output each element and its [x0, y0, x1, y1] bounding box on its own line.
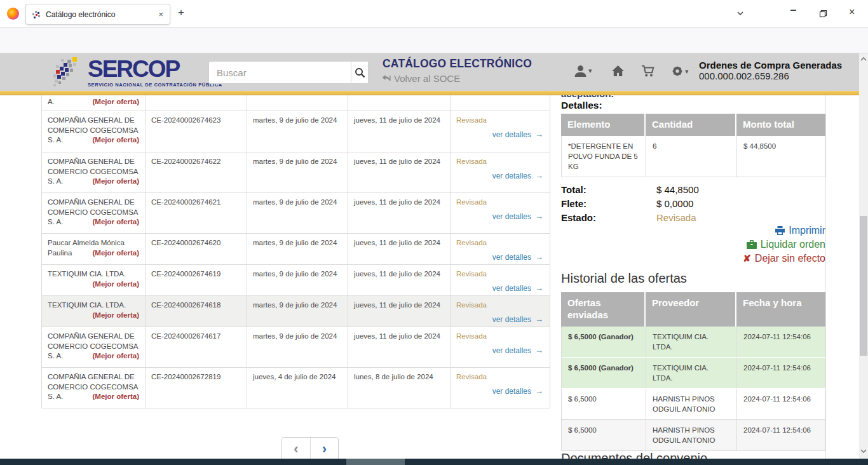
- printer-icon: [775, 226, 785, 235]
- previous-page-button[interactable]: ‹: [282, 438, 310, 461]
- x-mark-icon: ✘: [743, 253, 751, 264]
- status-cell: Revisadaver detalles→: [450, 111, 550, 152]
- column-divider: [825, 95, 826, 459]
- new-tab-button[interactable]: +: [178, 6, 184, 19]
- accept-date-cell: jueves, 11 de julio de 2024: [348, 265, 450, 295]
- table-row: COMPAÑIA GENERAL DE COMERCIO COGECOMSA S…: [42, 327, 550, 368]
- issue-date-cell: martes, 9 de julio de 2024: [247, 327, 348, 367]
- tab-favicon-icon: [32, 10, 41, 18]
- ver-detalles-link[interactable]: ver detalles→: [492, 345, 543, 356]
- settle-order-link[interactable]: Liquidar orden: [561, 238, 825, 252]
- history-heading: Historial de las ofertas: [561, 271, 687, 286]
- sercop-mosaic-icon: [53, 57, 83, 88]
- status-cell: Revisadaver detalles→: [450, 296, 550, 327]
- firefox-icon[interactable]: [7, 8, 19, 20]
- page-title: CATÁLOGO ELECTRÓNICO: [383, 57, 532, 71]
- briefcase-icon: [747, 240, 757, 249]
- ver-detalles-link[interactable]: ver detalles→: [492, 211, 543, 222]
- ver-detalles-link[interactable]: ver detalles→: [492, 283, 543, 294]
- caret-down-icon: ▾: [685, 67, 689, 76]
- void-order-link[interactable]: ✘ Dejar sin efecto: [561, 252, 825, 266]
- navigation-toolbar: ← → https://catalogo.compraspublicas.gob…: [0, 28, 868, 53]
- history-row-winner: $ 6,5000 (Ganador) TEXTIQUIM CIA. LTDA. …: [561, 358, 825, 389]
- browser-tab[interactable]: Catálogo electrónico ×: [25, 4, 170, 25]
- table-row: TEXTIQUIM CIA. LTDA.(Mejor oferta) CE-20…: [42, 265, 550, 296]
- arrow-right-icon: →: [535, 346, 543, 355]
- print-order-link[interactable]: Imprimir: [561, 224, 825, 238]
- order-totals: Total:$ 44,8500 Flete:$ 0,0000 Estado:Re…: [561, 184, 699, 226]
- issue-date-cell: martes, 9 de julio de 2024: [247, 111, 348, 152]
- scrollbar-thumb[interactable]: [860, 216, 867, 356]
- user-icon: [574, 65, 587, 77]
- ver-detalles-link[interactable]: ver detalles→: [492, 386, 543, 397]
- quantity-cell: 6: [646, 136, 736, 177]
- window-minimize-button[interactable]: −: [790, 4, 797, 17]
- status-cell: Revisadaver detalles→: [450, 265, 550, 295]
- issue-date-cell: martes, 9 de julio de 2024: [247, 193, 348, 233]
- home-button[interactable]: [611, 65, 625, 77]
- window-restore-button[interactable]: [819, 9, 827, 20]
- caret-down-icon: ▾: [588, 67, 592, 75]
- cart-button[interactable]: [641, 65, 655, 78]
- pagination: ‹ ›: [281, 437, 339, 461]
- user-menu-button[interactable]: ▾: [574, 65, 592, 77]
- horizontal-scrollbar-thumb[interactable]: [346, 459, 405, 465]
- ver-detalles-link[interactable]: ver detalles→: [492, 129, 543, 140]
- home-icon: [611, 65, 625, 77]
- volver-soce-link[interactable]: Volver al SOCE: [381, 73, 460, 84]
- scroll-down-icon[interactable]: [860, 448, 867, 454]
- settings-menu-button[interactable]: ▾: [671, 65, 689, 78]
- search-input[interactable]: [209, 62, 351, 83]
- ver-detalles-link[interactable]: ver detalles→: [492, 170, 543, 182]
- table-row: COMPAÑIA GENERAL DE COMERCIO COGECOMSA S…: [42, 368, 550, 408]
- tab-close-icon[interactable]: ×: [158, 10, 163, 19]
- provider-cell: COMPAÑIA GENERAL DE COMERCIO COGECOMSA S…: [42, 111, 145, 152]
- issue-date-cell: jueves, 4 de julio de 2024: [247, 368, 348, 408]
- status-cell: Revisadaver detalles→: [450, 234, 550, 264]
- status-cell: Revisadaver detalles→: [450, 327, 550, 367]
- table-row: COMPAÑIA GENERAL DE COMERCIO COGECOMSA S…: [42, 152, 550, 193]
- list-tabs-chevron-icon[interactable]: [736, 9, 745, 20]
- table-row: Paucar Almeida Mónica Paulina(Mejor ofer…: [42, 234, 550, 265]
- history-row: $ 6,5000 HARNISTH PINOS ODGUIL ANTONIO 2…: [561, 389, 825, 420]
- state-label: Estado:: [561, 212, 656, 223]
- tab-title: Catálogo electrónico: [46, 10, 153, 19]
- tab-bar: Catálogo electrónico × + − ×: [0, 0, 868, 28]
- ver-detalles-link[interactable]: ver detalles→: [492, 252, 543, 263]
- issue-date-cell: martes, 9 de julio de 2024: [247, 234, 348, 264]
- accept-date-cell: jueves, 11 de julio de 2024: [348, 234, 450, 264]
- freight-value: $ 0,0000: [656, 198, 693, 209]
- order-actions: Imprimir Liquidar orden ✘ Dejar sin efec…: [561, 224, 825, 266]
- return-arrow-icon: [381, 74, 391, 83]
- arrow-right-icon: →: [535, 252, 543, 262]
- accept-date-cell: jueves, 11 de julio de 2024: [348, 193, 450, 233]
- state-value: Revisada: [656, 212, 696, 223]
- window-close-button[interactable]: ×: [849, 6, 855, 18]
- sercop-logo[interactable]: SERCOP SERVICIO NACIONAL DE CONTRATACIÓN…: [53, 57, 222, 88]
- provider-cell: COMPAÑIA GENERAL DE COMERCIO COGECOMSA S…: [42, 327, 145, 367]
- details-item-row: *DETERGENTE EN POLVO FUNDA DE 5 KG 6 $ 4…: [561, 136, 825, 177]
- provider-cell: TEXTIQUIM CIA. LTDA.(Mejor oferta): [42, 265, 145, 295]
- issue-date-cell: martes, 9 de julio de 2024: [247, 152, 348, 192]
- gold-divider-bar: [0, 91, 859, 95]
- order-code-cell: CE-20240002674623: [145, 111, 247, 152]
- table-row-selected: TEXTIQUIM CIA. LTDA.(Mejor oferta) CE-20…: [42, 296, 550, 327]
- next-page-button[interactable]: ›: [310, 438, 338, 461]
- total-label: Total:: [561, 184, 656, 195]
- provider-cell: COMPAÑIA GENERAL DE COMERCIO COGECOMSA S…: [42, 368, 145, 408]
- scroll-up-icon[interactable]: [860, 57, 867, 62]
- status-cell: Revisadaver detalles→: [450, 193, 550, 233]
- issue-date-cell: martes, 9 de julio de 2024: [247, 265, 348, 295]
- total-value: $ 44,8500: [656, 184, 699, 195]
- vertical-scrollbar[interactable]: [859, 53, 868, 459]
- arrow-right-icon: →: [535, 386, 543, 396]
- logo-tagline: SERVICIO NACIONAL DE CONTRATACIÓN PÚBLIC…: [88, 83, 222, 88]
- catalog-search: [208, 61, 369, 84]
- search-button[interactable]: [351, 62, 368, 83]
- ver-detalles-link[interactable]: ver detalles→: [492, 314, 543, 325]
- orders-generated-label: Ordenes de Compra Generadas: [699, 60, 842, 71]
- details-table-header: Elemento Cantidad Monto total: [561, 114, 825, 136]
- site-header: SERCOP SERVICIO NACIONAL DE CONTRATACIÓN…: [0, 53, 859, 91]
- arrow-right-icon: →: [535, 212, 543, 221]
- orders-generated-number: 000.000.002.659.286: [699, 71, 789, 81]
